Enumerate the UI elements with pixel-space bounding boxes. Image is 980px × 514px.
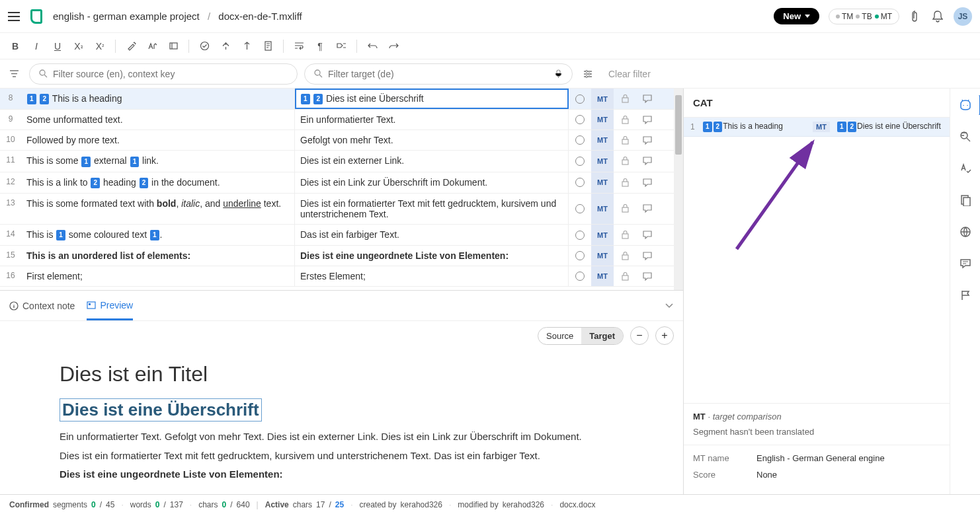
rail-docs-icon[interactable] [956,190,975,210]
tab-preview[interactable]: Preview [87,292,133,320]
rail-cat-icon[interactable] [951,95,980,115]
rail-globe-icon[interactable] [956,222,975,242]
segment-row[interactable]: 12 This is a link to 2 heading 2 in the … [0,172,683,194]
rail-spellcheck-icon[interactable] [956,159,975,178]
rail-search-icon[interactable] [956,127,975,147]
comment-icon[interactable] [636,225,659,245]
pilcrow-icon[interactable]: ¶ [310,36,330,56]
comment-icon[interactable] [636,89,659,109]
tab-context-note[interactable]: Context note [9,293,75,319]
italic-button[interactable]: I [26,36,46,56]
lock-icon[interactable] [614,225,636,245]
target-cell[interactable]: Das ist ein farbiger Text. [295,225,569,245]
status-circle[interactable] [569,266,591,286]
case-icon[interactable] [142,36,162,56]
segment-row[interactable]: 13 This is some formated text with bold,… [0,194,683,225]
filter-target-input[interactable] [304,63,573,85]
settings-icon[interactable] [579,69,596,79]
scrollbar[interactable] [674,89,683,290]
source-cell[interactable]: 1 2 This is a heading [21,89,295,109]
source-cell[interactable]: This is an unordered list of elements: [21,246,295,266]
split-icon[interactable] [216,36,235,56]
segment-row[interactable]: 16 First element; Erstes Element; MT [0,266,683,287]
toggle-target[interactable]: Target [581,328,623,344]
source-cell[interactable]: Followed by more text. [21,130,295,150]
lock-icon[interactable] [614,246,636,266]
status-circle[interactable] [569,194,591,224]
bell-icon[interactable] [931,10,944,23]
status-circle[interactable] [569,246,591,266]
target-cell[interactable]: Dies ist ein Link zur Überschrift im Dok… [295,172,569,193]
lock-icon[interactable] [614,172,636,193]
comment-icon[interactable] [636,246,659,266]
comment-icon[interactable] [636,266,659,286]
target-cell[interactable]: Gefolgt von mehr Text. [295,130,569,150]
source-cell[interactable]: This is 1 some coloured text 1. [21,225,295,245]
lock-icon[interactable] [614,194,636,224]
source-cell[interactable]: First element; [21,266,295,286]
segment-row[interactable]: 14 This is 1 some coloured text 1. Das i… [0,225,683,246]
status-circle[interactable] [569,130,591,150]
target-cell[interactable]: Dies ist ein externer Link. [295,151,569,171]
segment-row[interactable]: 11 This is some 1 external 1 link. Dies … [0,151,683,172]
filter-source-input[interactable] [29,63,298,85]
wrap-icon[interactable] [289,36,309,56]
segment-row[interactable]: 10 Followed by more text. Gefolgt von me… [0,130,683,151]
comment-icon[interactable] [636,110,659,129]
superscript-button[interactable]: X² [90,36,110,56]
logo[interactable] [30,9,42,24]
lock-icon[interactable] [614,130,636,150]
project-link[interactable]: english - german example project [53,11,200,22]
brush-icon[interactable] [121,36,141,56]
source-cell[interactable]: Some unformatted text. [21,110,295,129]
zoom-in-button[interactable]: + [655,326,674,345]
bold-button[interactable]: B [5,36,25,56]
source-cell[interactable]: This is a link to 2 heading 2 in the doc… [21,172,295,193]
subscript-button[interactable]: X₂ [69,36,89,56]
segment-row[interactable]: 9 Some unformatted text. Ein unformatier… [0,110,683,130]
target-cell[interactable]: Ein unformatierter Text. [295,110,569,129]
join-icon[interactable] [237,36,257,56]
doc-icon[interactable] [258,36,278,56]
comment-icon[interactable] [636,194,659,224]
rail-comment-icon[interactable] [956,254,975,274]
zoom-out-button[interactable]: − [630,326,649,345]
attachment-icon[interactable] [909,10,922,23]
confirm-icon[interactable] [194,36,214,56]
redo-icon[interactable] [384,36,403,56]
source-target-toggle[interactable]: Source Target [538,327,624,345]
target-cell[interactable]: Dies ist ein formatierter Text mit fett … [295,194,569,224]
target-cell[interactable]: Dies ist eine ungeordnete Liste von Elem… [295,246,569,266]
underline-button[interactable]: U [48,36,67,56]
dictation-icon[interactable] [554,69,563,78]
target-cell[interactable]: Erstes Element; [295,266,569,286]
avatar[interactable]: JS [954,7,972,26]
segment-row[interactable]: 8 1 2 This is a heading 1 2 Dies ist ein… [0,89,683,110]
segment-row[interactable]: 15 This is an unordered list of elements… [0,246,683,266]
collapse-icon[interactable] [665,303,674,309]
lock-icon[interactable] [614,89,636,109]
status-circle[interactable] [569,172,591,193]
clear-filter-button[interactable]: Clear filter [608,69,651,79]
clear-format-icon[interactable] [163,36,183,56]
undo-icon[interactable] [362,36,382,56]
menu-icon[interactable] [8,12,20,21]
target-cell[interactable]: 1 2 Dies ist eine Überschrift [295,89,569,109]
filter-icon[interactable] [5,69,22,78]
rail-flag-icon[interactable] [956,285,975,305]
file-link[interactable]: docx-en-de-T.mxliff [218,11,302,22]
source-cell[interactable]: This is some formated text with bold, it… [21,194,295,224]
resource-status[interactable]: TM TB MT [829,9,899,24]
tag-icon[interactable] [331,36,351,56]
source-cell[interactable]: This is some 1 external 1 link. [21,151,295,171]
status-circle[interactable] [569,110,591,129]
lock-icon[interactable] [614,151,636,171]
comment-icon[interactable] [636,151,659,171]
status-circle[interactable] [569,151,591,171]
status-circle[interactable] [569,89,591,109]
lock-icon[interactable] [614,110,636,129]
comment-icon[interactable] [636,172,659,193]
lock-icon[interactable] [614,266,636,286]
comment-icon[interactable] [636,130,659,150]
status-circle[interactable] [569,225,591,245]
